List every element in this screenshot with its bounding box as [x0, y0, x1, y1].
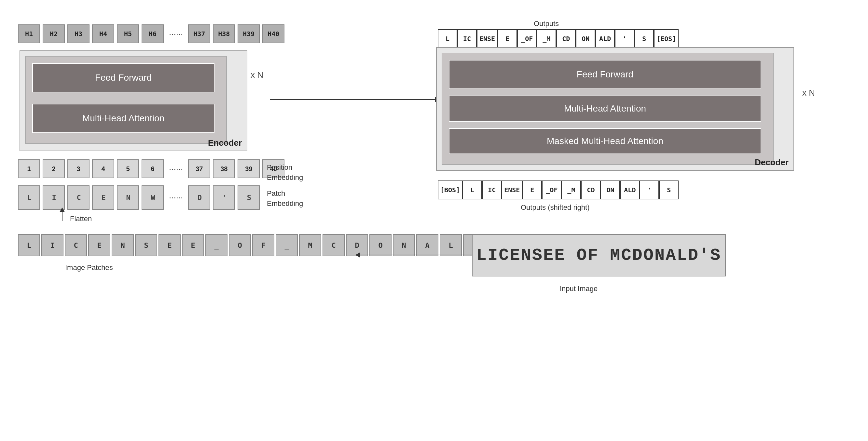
input-image-label: Input Image [560, 284, 597, 293]
position-embedding-row: 1 2 3 4 5 6 ······ 37 38 39 40 [18, 159, 284, 178]
patch-N: N [117, 185, 139, 210]
pos-5: 5 [117, 159, 139, 178]
shifted-ALD: ALD [620, 180, 640, 199]
dots-pos: ······ [166, 164, 186, 174]
token-H40: H40 [262, 24, 284, 43]
shifted-M: _M [561, 180, 581, 199]
patch-D2: D [188, 185, 210, 210]
token-H4: H4 [92, 24, 114, 43]
img-patch-C2: C [322, 234, 345, 256]
patch-W: W [142, 185, 164, 210]
img-patch-S2: S [135, 234, 157, 256]
shifted-BOS: [BOS] [438, 180, 463, 199]
token-H6: H6 [142, 24, 164, 43]
out-token-IC: IC [457, 29, 477, 48]
patch-embedding-row: L I C E N W ······ D ' S [18, 185, 260, 210]
pos-1: 1 [18, 159, 40, 178]
decoder-feed-forward: Feed Forward [449, 60, 761, 89]
shifted-E: E [522, 180, 542, 199]
input-image-box: LICENSEE OF MCDONALD'S [472, 234, 726, 276]
img-patch-O2: O [369, 234, 392, 256]
pos-2: 2 [43, 159, 65, 178]
img-patch-M: M [299, 234, 321, 256]
token-H38: H38 [213, 24, 235, 43]
pos-38: 38 [213, 159, 235, 178]
token-H2: H2 [43, 24, 65, 43]
out-token-ENSE: ENSE [477, 29, 498, 48]
pos-3: 3 [67, 159, 90, 178]
img-patch-N2: N [393, 234, 415, 256]
encoder-feed-forward: Feed Forward [32, 63, 215, 92]
out-token-EOS: [EOS] [654, 29, 679, 48]
shifted-row: [BOS] L IC ENSE E _OF _M CD ON ALD ' S [438, 180, 679, 199]
encoder-inner: Feed Forward Multi-Head Attention [25, 56, 227, 144]
patch-S2: S [238, 185, 260, 210]
img-patch-E2: E [158, 234, 181, 256]
image-patches-label: Image Patches [65, 264, 113, 272]
pos-39: 39 [238, 159, 260, 178]
out-token-E: E [498, 29, 517, 48]
encoder-label: Encoder [208, 138, 242, 148]
decoder-masked-multi-head: Masked Multi-Head Attention [449, 128, 761, 154]
diagram: Outputs L IC ENSE E _OF _M CD ON ALD ' S… [0, 0, 868, 441]
token-H1: H1 [18, 24, 40, 43]
shifted-L: L [463, 180, 482, 199]
img-patch-sp1: _ [205, 234, 227, 256]
shifted-S: S [659, 180, 679, 199]
token-H5: H5 [117, 24, 139, 43]
shifted-OF: _OF [542, 180, 561, 199]
enc-dec-arrow [270, 99, 436, 100]
shifted-apos: ' [640, 180, 659, 199]
img-patch-L: L [18, 234, 40, 256]
shifted-ON: ON [600, 180, 620, 199]
encoder-header-tokens: H1 H2 H3 H4 H5 H6 ······ H37 H38 H39 H40 [18, 24, 284, 43]
shifted-label: Outputs (shifted right) [521, 203, 590, 212]
patch-apos2: ' [213, 185, 235, 210]
token-H39: H39 [238, 24, 260, 43]
flatten-arrowhead [60, 207, 65, 212]
out-token-CD: CD [556, 29, 576, 48]
out-token-L: L [438, 29, 457, 48]
img-patch-C: C [65, 234, 87, 256]
img-patch-E: E [88, 234, 110, 256]
img-patch-A: A [416, 234, 438, 256]
decoder-multi-head: Multi-Head Attention [449, 96, 761, 122]
img-arrowhead [355, 252, 360, 258]
out-token-S: S [634, 29, 654, 48]
dots-1: ······ [166, 29, 186, 39]
shifted-ENSE: ENSE [501, 180, 522, 199]
image-patches-row: L I C E N S E E _ O F _ M C D O N A L D … [18, 234, 532, 256]
out-token-OF: _OF [517, 29, 537, 48]
pos-37: 37 [188, 159, 210, 178]
encoder-block: Feed Forward Multi-Head Attention Encode… [20, 50, 247, 151]
shifted-CD: CD [581, 180, 600, 199]
flatten-label: Flatten [70, 215, 92, 223]
pos-4: 4 [92, 159, 114, 178]
patch-L: L [18, 185, 40, 210]
img-patch-I: I [41, 234, 63, 256]
img-arrow-line [358, 255, 472, 255]
patch-embed-label: PatchEmbedding [267, 189, 303, 209]
decoder-block: Feed Forward Multi-Head Attention Masked… [436, 47, 794, 171]
token-H37: H37 [188, 24, 210, 43]
img-patch-L2: L [440, 234, 462, 256]
out-token-ON: ON [576, 29, 595, 48]
pos-6: 6 [142, 159, 164, 178]
img-patch-O: O [229, 234, 251, 256]
xn-encoder: x N [251, 70, 263, 80]
shifted-IC: IC [482, 180, 501, 199]
xn-decoder: x N [802, 88, 815, 98]
outputs-label: Outputs [534, 20, 559, 28]
decoder-label: Decoder [755, 158, 788, 168]
patch-C: C [67, 185, 90, 210]
outputs-row: L IC ENSE E _OF _M CD ON ALD ' S [EOS] [438, 29, 679, 48]
img-patch-N: N [112, 234, 134, 256]
pos-embed-label: PositionEmbedding [267, 163, 303, 183]
img-patch-E3: E [182, 234, 204, 256]
out-token-ALD: ALD [595, 29, 615, 48]
token-H3: H3 [67, 24, 90, 43]
out-token-M: _M [537, 29, 556, 48]
img-patch-F: F [252, 234, 274, 256]
encoder-multi-head: Multi-Head Attention [32, 104, 215, 133]
decoder-inner: Feed Forward Multi-Head Attention Masked… [442, 53, 774, 165]
